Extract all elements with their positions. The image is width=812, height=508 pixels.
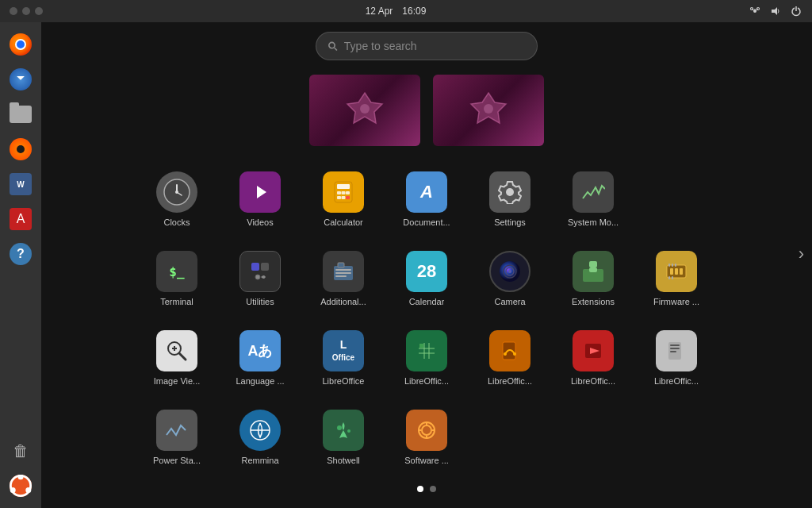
app-settings-label: Settings <box>494 217 526 227</box>
app-utilities[interactable]: Utilities <box>219 241 302 321</box>
svg-rect-23 <box>337 191 341 194</box>
svg-rect-52 <box>668 276 670 279</box>
sidebar-item-appstore[interactable]: A <box>5 203 36 235</box>
app-camera[interactable]: Camera <box>469 241 552 321</box>
app-software-label: Software ... <box>404 456 449 465</box>
topbar-time: 16:09 <box>402 6 426 17</box>
app-shotwell[interactable]: Shotwell <box>302 400 385 479</box>
svg-rect-24 <box>342 191 346 194</box>
app-software[interactable]: Software ... <box>385 400 469 479</box>
app-calendar[interactable]: 28 Calendar <box>385 241 469 321</box>
app-camera-label: Camera <box>494 297 525 306</box>
svg-point-12 <box>329 42 335 48</box>
app-libreofficemathwriter[interactable]: LibreOffic... <box>635 321 718 400</box>
svg-marker-20 <box>257 186 266 198</box>
sidebar-item-rhythmbox[interactable] <box>5 133 36 165</box>
topbar-dot-1 <box>10 7 17 15</box>
app-imageview-label: Image Vie... <box>154 376 201 386</box>
svg-rect-34 <box>335 269 351 271</box>
app-libreofficedraw[interactable]: LibreOffic... <box>469 321 552 400</box>
svg-rect-29 <box>251 263 259 271</box>
svg-point-75 <box>337 425 342 430</box>
app-libreofficedraw-label: LibreOffic... <box>488 376 532 386</box>
app-calendar-label: Calendar <box>409 297 445 306</box>
app-extensions-label: Extensions <box>572 297 615 306</box>
topbar-left <box>10 7 43 15</box>
app-clocks[interactable]: Clocks <box>136 162 219 241</box>
svg-rect-37 <box>338 263 344 267</box>
right-arrow[interactable]: › <box>799 244 804 264</box>
sidebar-item-thunderbird[interactable] <box>5 64 36 95</box>
svg-rect-25 <box>346 191 350 194</box>
sidebar-item-firefox[interactable] <box>5 29 36 60</box>
svg-rect-30 <box>261 263 269 271</box>
search-input[interactable] <box>344 40 526 52</box>
svg-rect-22 <box>337 184 350 189</box>
sidebar-item-files[interactable] <box>5 98 36 130</box>
app-utilities-label: Utilities <box>246 297 274 306</box>
app-documents[interactable]: A Document... <box>385 162 469 241</box>
app-libreofficecalc-label: LibreOffic... <box>404 376 449 386</box>
sidebar: W A ? 🗑 <box>0 22 41 508</box>
app-sysmon[interactable]: System Mo... <box>552 162 635 241</box>
app-libreoffice[interactable]: LOffice LibreOffice <box>302 321 385 400</box>
svg-rect-48 <box>680 268 683 275</box>
svg-rect-70 <box>670 344 680 346</box>
app-settings[interactable]: Settings <box>469 162 552 241</box>
svg-rect-49 <box>668 264 670 267</box>
nav-dot-1[interactable] <box>417 486 423 492</box>
topbar: 12 Apr 16:09 <box>0 0 812 22</box>
app-terminal[interactable]: $_ Terminal <box>136 241 219 321</box>
app-remmina[interactable]: Remmina <box>219 400 302 479</box>
app-libreofficeimpress-label: LibreOffic... <box>571 376 615 386</box>
app-libreofficecalc[interactable]: LibreOffic... <box>385 321 469 400</box>
app-shotwell-label: Shotwell <box>327 456 360 465</box>
app-language-label: Language ... <box>236 376 284 386</box>
svg-point-41 <box>508 270 511 273</box>
app-firmware[interactable]: Firmware ... <box>635 241 718 321</box>
app-documents-label: Document... <box>403 217 450 227</box>
svg-rect-35 <box>335 272 351 274</box>
svg-rect-42 <box>589 261 597 267</box>
svg-rect-50 <box>672 264 673 267</box>
app-extensions[interactable]: Extensions <box>552 241 635 321</box>
app-libreoffice-label: LibreOffice <box>323 376 365 386</box>
app-libreofficeimpress[interactable]: LibreOffic... <box>552 321 635 400</box>
power-icon[interactable] <box>790 5 802 17</box>
svg-point-76 <box>347 429 350 433</box>
app-libreofficemathwriter-label: LibreOffic... <box>654 376 699 386</box>
svg-line-55 <box>179 353 186 360</box>
help-icon: ? <box>10 243 32 265</box>
svg-rect-28 <box>346 196 350 199</box>
app-calculator[interactable]: Calculator <box>302 162 385 241</box>
sidebar-item-trash[interactable]: 🗑 <box>5 435 36 467</box>
writer-icon: W <box>10 173 32 195</box>
svg-rect-47 <box>675 268 678 275</box>
app-imageview[interactable]: Image Vie... <box>136 321 219 400</box>
svg-point-19 <box>175 190 178 194</box>
sidebar-item-ubuntu[interactable] <box>5 470 36 502</box>
network-icon[interactable] <box>749 5 761 17</box>
app-additional-label: Additional... <box>320 297 366 306</box>
app-language[interactable]: Aあ Language ... <box>219 321 302 400</box>
svg-rect-36 <box>335 275 347 277</box>
apps-grid: Clocks Videos <box>136 162 718 479</box>
svg-rect-46 <box>670 268 673 275</box>
nav-dot-2[interactable] <box>430 486 436 492</box>
app-additional[interactable]: Additional... <box>302 241 385 321</box>
volume-icon[interactable] <box>769 5 782 17</box>
sidebar-item-writer[interactable]: W <box>5 168 36 200</box>
svg-rect-44 <box>589 267 597 272</box>
svg-point-10 <box>10 487 16 493</box>
app-firmware-label: Firmware ... <box>653 297 699 306</box>
recent-thumb-2[interactable] <box>433 75 544 146</box>
svg-rect-63 <box>419 344 423 348</box>
svg-point-15 <box>484 104 493 114</box>
sidebar-item-help[interactable]: ? <box>5 238 36 270</box>
app-powerstat[interactable]: Power Sta... <box>136 400 219 479</box>
recent-thumb-1[interactable] <box>309 75 420 146</box>
app-videos[interactable]: Videos <box>219 162 302 241</box>
search-bar[interactable] <box>316 32 538 60</box>
app-clocks-label: Clocks <box>163 217 190 227</box>
app-powerstat-label: Power Sta... <box>153 456 201 465</box>
